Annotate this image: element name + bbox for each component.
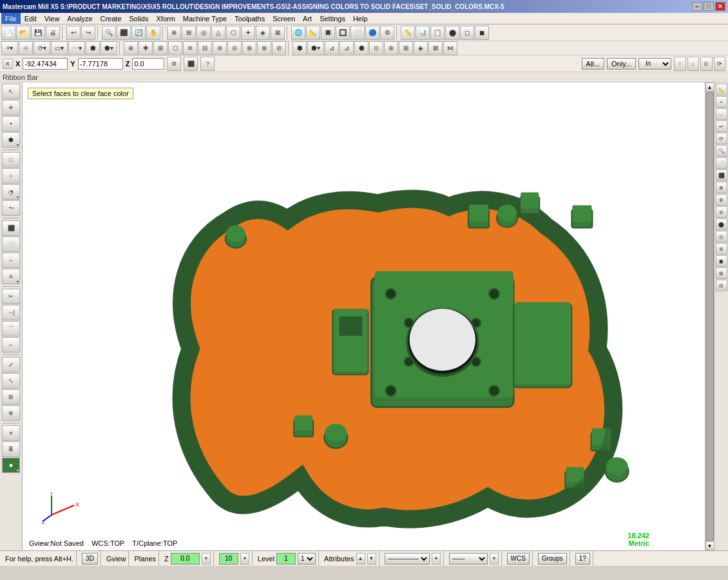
snap-btn-8[interactable]: ⊠ [271,26,285,40]
lp-dim-btn[interactable]: ↔ [2,253,20,268]
snap-btn-3[interactable]: ◎ [196,26,211,40]
lp-point-btn[interactable]: • [2,116,20,131]
nav-btn-1[interactable]: ↑ [674,57,686,71]
menu-settings[interactable]: Settings [316,13,349,24]
lp-line-btn[interactable]: ⬟ [2,132,20,148]
misc-btn-1[interactable]: ⬢ [292,41,307,55]
misc-btn-3[interactable]: ⊿ [325,41,339,55]
line-dropdown-btn[interactable]: ▾ [432,553,441,565]
display-btn-3[interactable]: 🔳 [321,26,335,40]
lp-layers-btn[interactable]: ≡ [2,425,20,441]
line-type-select[interactable]: —————— [385,553,430,565]
ops-btn-11[interactable]: ⊘ [272,41,286,55]
unit-select[interactable]: In mm [638,58,671,70]
display-btn-4[interactable]: 🔲 [336,26,350,40]
misc-btn-2[interactable]: ⬢▾ [307,41,324,55]
rp-btn-11[interactable]: ⊘ [716,206,727,218]
ops-btn-8[interactable]: ⊝ [227,41,242,55]
y-input[interactable] [78,58,123,70]
rp-btn-17[interactable]: ⊟ [716,280,727,291]
display-btn-5[interactable]: ⬜ [350,26,365,40]
coord-help-btn[interactable]: ? [200,57,215,71]
line-width-dropdown-btn[interactable]: ▾ [490,553,499,565]
attributes-down-btn[interactable]: ▼ [367,553,376,565]
lp-move-btn[interactable]: ✛ [2,100,20,115]
level-dropdown-btn[interactable]: ▾ [240,553,249,565]
nav-btn-3[interactable]: ⊙ [700,57,713,71]
snap-btn-7[interactable]: ◈ [256,26,270,40]
menu-edit[interactable]: Edit [21,13,41,24]
level-select[interactable]: 1 [298,553,316,565]
misc-btn-4[interactable]: ⊿ [340,41,354,55]
ops-btn-7[interactable]: ⊜ [213,41,227,55]
viewport-scrollbar[interactable]: ▲ ▼ [705,82,714,550]
lp-trim-btn[interactable]: ✂ [2,289,20,304]
zoom-button[interactable]: 🔍 [102,26,116,40]
undo-button[interactable]: ↩ [66,26,81,40]
nav-btn-2[interactable]: ↓ [687,57,700,71]
lp-solid-btn[interactable]: ⬛ [2,220,20,236]
redo-button[interactable]: ↪ [81,26,95,40]
rp-btn-2[interactable]: + [716,96,727,108]
lp-offset-btn[interactable]: ⊕ [2,405,20,421]
pan-button[interactable]: ✋ [146,26,160,40]
rotate-button[interactable]: 🔄 [131,26,146,40]
misc-btn-6[interactable]: ⊙ [369,41,383,55]
groups-button[interactable]: Groups [538,553,567,565]
line-width-select[interactable]: —— [449,553,488,565]
3d-button[interactable]: 3D [82,553,98,565]
menu-help[interactable]: Help [349,13,372,24]
menu-machine-type[interactable]: Machine Type [179,13,231,24]
z-dropdown-btn[interactable]: ▾ [202,553,211,565]
display-btn-7[interactable]: ⚙ [380,26,394,40]
lp-arc-btn[interactable]: ◔ [2,184,20,200]
menu-xform[interactable]: Xform [153,13,179,24]
analysis-btn-5[interactable]: ◻ [460,26,474,40]
lp-surface-btn[interactable]: ⬜ [2,237,20,252]
close-button[interactable]: ✕ [715,2,725,11]
create-btn-2[interactable]: ⊹ [19,41,33,55]
menu-file[interactable]: File [1,13,21,24]
help-icon-button[interactable]: 1? [575,553,590,565]
menu-toolpaths[interactable]: Toolpaths [231,13,269,24]
lp-layers2-btn[interactable]: ≣ [2,441,20,457]
maximize-button[interactable]: □ [704,2,714,11]
ops-btn-2[interactable]: ✚ [139,41,153,55]
scroll-down-arrow[interactable]: ▼ [705,541,714,550]
ops-btn-10[interactable]: ⊗ [257,41,271,55]
wcs-button[interactable]: WCS [507,553,530,565]
misc-btn-11[interactable]: ⋈ [443,41,457,55]
create-btn-3[interactable]: ⟳▾ [34,41,50,55]
menu-solids[interactable]: Solids [126,13,153,24]
only-button[interactable]: Only... [607,58,636,70]
menu-analyze[interactable]: Analyze [63,13,96,24]
snap-btn-5[interactable]: ⬡ [226,26,240,40]
fit-button[interactable]: ⬛ [117,26,131,40]
lp-color-btn[interactable]: ■ [2,458,20,473]
z-input[interactable] [132,58,164,70]
misc-btn-9[interactable]: ◈ [414,41,428,55]
rp-btn-10[interactable]: ⊗ [716,194,727,206]
snap-btn-1[interactable]: ⊕ [167,26,181,40]
viewport[interactable]: Select faces to clear face color [23,82,714,550]
all-button[interactable]: All... [582,58,604,70]
lp-fillet-btn[interactable]: ⌒ [2,321,20,336]
print-button[interactable]: 🖨 [46,26,60,40]
lp-chamfer-btn[interactable]: ⌐ [2,337,20,353]
create-btn-6[interactable]: ⬟ [86,41,100,55]
analysis-btn-2[interactable]: 📊 [416,26,430,40]
rp-btn-6[interactable]: 🔍 [716,145,727,157]
snap-btn-6[interactable]: ✦ [241,26,255,40]
minimize-button[interactable]: – [692,2,702,11]
rp-btn-12[interactable]: ⬤ [716,218,727,230]
rp-btn-1[interactable]: 📐 [716,84,727,95]
analysis-btn-1[interactable]: 📏 [401,26,415,40]
open-button[interactable]: 📂 [16,26,30,40]
rp-btn-9[interactable]: ⊕ [716,182,727,193]
lp-spline-btn[interactable]: 〜 [2,200,20,216]
rp-btn-4[interactable]: ↩ [716,121,727,132]
attributes-up-btn[interactable]: ▲ [356,553,365,565]
rp-btn-16[interactable]: ⊞ [716,267,727,279]
rp-btn-15[interactable]: ◼ [716,255,727,267]
menu-view[interactable]: View [41,13,64,24]
